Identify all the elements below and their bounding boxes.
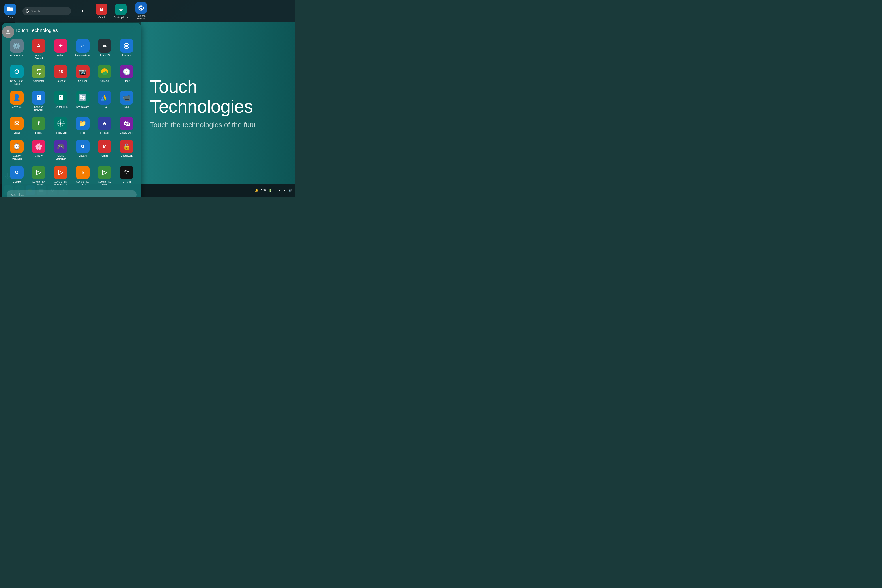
play-movies-label: Google Play Movies & TV <box>53 180 69 186</box>
app-game-launcher[interactable]: 🎮 Game Launcher <box>51 138 71 162</box>
taskbar-desktop-hub[interactable]: Desktop Hub <box>114 3 128 18</box>
taskbar-gmail[interactable]: M Gmail <box>96 3 107 18</box>
user-avatar[interactable] <box>2 26 14 38</box>
contacts-icon: 👤 <box>10 91 24 105</box>
svg-point-3 <box>16 71 18 73</box>
files-label: Files <box>8 16 13 18</box>
app-feedly[interactable]: f Feedly <box>28 115 49 136</box>
app-play-music[interactable]: ♪ Google Play Music <box>72 164 93 188</box>
right-content-panel: Touch Technologies Touch the technologie… <box>141 22 296 184</box>
desktop-hub2-label: Desktop Hub <box>54 106 68 108</box>
app-google2[interactable]: G Google <box>7 164 27 188</box>
accessibility-label: Accessibility <box>10 54 23 57</box>
desktop-hub2-icon: 🖥 <box>54 91 68 105</box>
gmail2-icon: M <box>98 140 111 153</box>
accessibility-icon: ⚙️ <box>10 39 24 53</box>
app-assistant[interactable]: Assistant <box>116 37 137 61</box>
app-calculator[interactable]: +−×÷ Calculator <box>28 63 49 87</box>
battery-icon: 🔋 <box>268 189 272 192</box>
gallery-icon: 🌸 <box>32 140 45 153</box>
app-camera[interactable]: 📷 Camera <box>72 63 93 87</box>
app-bixby[interactable]: Bixby Smart Tablet <box>7 63 27 87</box>
app-chrome[interactable]: Chrome <box>94 63 115 87</box>
galaxy-wearable-label: Galaxy Wearable <box>9 154 25 160</box>
files2-icon: 📁 <box>76 117 90 130</box>
main-title: Touch Technologies <box>150 77 286 116</box>
notification-icon[interactable]: 🔔 <box>255 189 258 192</box>
app-calendar[interactable]: 28 Calendar <box>51 63 71 87</box>
app-desktop-hub2[interactable]: 🖥 Desktop Hub <box>51 89 71 113</box>
taskbar-files[interactable]: Files <box>4 3 16 18</box>
taskbar-desktop-browser[interactable]: Desktop Browser <box>135 2 148 20</box>
gta3-icon: GTAIII <box>120 166 134 179</box>
game-launcher-label: Game Launcher <box>53 154 69 160</box>
app-feedly-lab[interactable]: f Feedly Lab <box>51 115 71 136</box>
app-duo[interactable]: 📹 Duo <box>116 89 137 113</box>
app-contacts[interactable]: 👤 Contacts <box>7 89 27 113</box>
app-play-movies[interactable]: ▷ Google Play Movies & TV <box>51 164 71 188</box>
play-music-icon: ♪ <box>76 166 90 179</box>
asphalt-label: Asphalt 9 <box>100 54 110 57</box>
feedly-icon: f <box>32 117 45 130</box>
gta3-label: GTA: III <box>123 180 131 183</box>
bixby-label: Bixby Smart Tablet <box>9 80 25 86</box>
desktop-browser2-label: Desktop Browser <box>31 106 46 111</box>
play-store-icon: ▷ <box>98 166 111 179</box>
desktop-hub-icon <box>115 3 127 15</box>
app-asphalt9[interactable]: 🏎 Asphalt 9 <box>94 37 115 61</box>
drive-label: Drive <box>102 106 108 108</box>
app-accessibility[interactable]: ⚙️ Accessibility <box>7 37 27 61</box>
gallery-label: Gallery <box>35 154 42 157</box>
airbnb-icon: ✦ <box>54 39 68 53</box>
alexa-icon: ○ <box>76 39 90 53</box>
bluetooth-icon[interactable]: ⌂ <box>274 189 276 192</box>
app-gboard[interactable]: G Gboard <box>72 138 93 162</box>
app-play-games[interactable]: ▷ Google Play Games <box>28 164 49 188</box>
duo-label: Duo <box>124 106 129 108</box>
clock-icon: 🕐 <box>120 65 134 78</box>
dots-icon[interactable]: ⠿ <box>78 5 89 17</box>
adobe-label: Adobe Acrobat <box>31 54 46 60</box>
app-device-care[interactable]: 🔄 Device care <box>72 89 93 113</box>
desktop-browser-label: Desktop Browser <box>135 15 148 20</box>
desktop-browser2-icon: 🖥 <box>32 91 45 105</box>
drawer-header: ☰ Touch Technologies <box>7 27 137 33</box>
chrome-label: Chrome <box>100 80 109 82</box>
app-gta3[interactable]: GTAIII GTA: III <box>116 164 137 188</box>
gboard-label: Gboard <box>78 154 87 157</box>
good-lock-icon: 🔒 <box>120 140 134 153</box>
desktop-hub-label: Desktop Hub <box>114 16 128 18</box>
gboard-icon: G <box>76 140 90 153</box>
drawer-search-bar[interactable]: Search... <box>7 190 137 197</box>
google-search[interactable]: G Search <box>22 7 71 15</box>
app-airbnb[interactable]: ✦ Airbnb <box>51 37 71 61</box>
app-email[interactable]: ✉ Email <box>7 115 27 136</box>
gmail-icon: M <box>96 3 107 15</box>
app-adobe-acrobat[interactable]: A Adobe Acrobat <box>28 37 49 61</box>
dots-symbol: ⠿ <box>82 8 85 14</box>
device-care-icon: 🔄 <box>76 91 90 105</box>
app-galaxy-store[interactable]: 🛍 Galaxy Store <box>116 115 137 136</box>
app-gmail2[interactable]: M Gmail <box>94 138 115 162</box>
svg-point-1 <box>125 45 128 47</box>
play-store-label: Google Play Store <box>97 180 112 186</box>
app-galaxy-wearable[interactable]: ⌚ Galaxy Wearable <box>7 138 27 162</box>
drive-icon <box>98 91 111 105</box>
wifi-icon[interactable]: ▲ <box>278 189 281 192</box>
app-drawer-panel: ☰ Touch Technologies ⚙️ Accessibility A … <box>2 23 141 197</box>
search-bar-text: Search <box>31 9 40 13</box>
app-good-lock[interactable]: 🔒 Good Lock <box>116 138 137 162</box>
adobe-icon: A <box>32 39 45 53</box>
app-drive[interactable]: Drive <box>94 89 115 113</box>
google-g-icon: G <box>26 9 29 14</box>
volume-icon[interactable]: 🔊 <box>288 189 292 192</box>
app-clock[interactable]: 🕐 Clock <box>116 63 137 87</box>
app-amazon-alexa[interactable]: ○ Amazon Alexa <box>72 37 93 61</box>
app-gallery[interactable]: 🌸 Gallery <box>28 138 49 162</box>
app-files2[interactable]: 📁 Files <box>72 115 93 136</box>
assistant-icon <box>120 39 134 53</box>
app-desktop-browser2[interactable]: 🖥 Desktop Browser <box>28 89 49 113</box>
battery-level: 52% <box>261 189 266 192</box>
app-freecell[interactable]: ♠ FreeCell <box>94 115 115 136</box>
app-play-store[interactable]: ▷ Google Play Store <box>94 164 115 188</box>
